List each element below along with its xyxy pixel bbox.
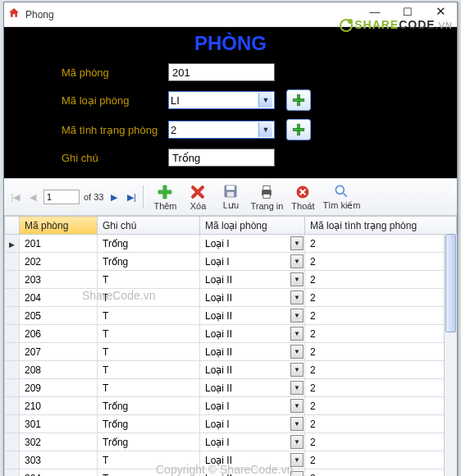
save-button[interactable]: Lưu	[214, 183, 247, 211]
cell-maphong[interactable]: 203	[20, 271, 98, 289]
cell-ghichu[interactable]: T	[98, 379, 200, 397]
pager-current-input[interactable]	[43, 190, 80, 204]
chevron-down-icon[interactable]: ▼	[290, 309, 304, 323]
cell-matt[interactable]: 2	[305, 379, 457, 397]
row-header[interactable]	[5, 307, 20, 325]
search-button[interactable]: Tìm kiếm	[319, 183, 363, 211]
cell-matt[interactable]: 2	[305, 289, 457, 307]
cell-matt[interactable]: 2	[305, 415, 457, 433]
chevron-down-icon[interactable]: ▼	[290, 345, 304, 359]
data-grid[interactable]: Mã phòng Ghi chú Mã loại phòng Mã loại t…	[4, 216, 457, 476]
row-header[interactable]	[5, 253, 20, 271]
row-header[interactable]	[5, 271, 20, 289]
add-matinhrang-button[interactable]	[286, 119, 311, 140]
row-header[interactable]	[5, 289, 20, 307]
cell-maloai[interactable]: Loại I▼	[200, 415, 305, 433]
row-header[interactable]	[5, 235, 20, 253]
table-row[interactable]: 303TLoại II▼2	[5, 451, 457, 469]
cell-matt[interactable]: 2	[305, 361, 457, 379]
row-header[interactable]	[5, 397, 20, 415]
table-row[interactable]: 301TrốngLoại I▼2	[5, 415, 457, 433]
chevron-down-icon[interactable]: ▼	[290, 417, 304, 431]
cell-maloai[interactable]: Loại I▼	[200, 253, 305, 271]
row-header[interactable]	[5, 343, 20, 361]
input-ghichu[interactable]	[168, 149, 275, 167]
table-row[interactable]: 201TrốngLoại I▼2	[5, 235, 457, 253]
cell-ghichu[interactable]: Trống	[98, 235, 200, 253]
row-header[interactable]	[5, 433, 20, 451]
chevron-down-icon[interactable]: ▼	[290, 327, 304, 341]
cell-ghichu[interactable]: T	[98, 271, 200, 289]
exit-button[interactable]: Thoát	[286, 184, 319, 211]
cell-ghichu[interactable]: T	[98, 343, 200, 361]
cell-maphong[interactable]: 207	[20, 343, 98, 361]
cell-maloai[interactable]: Loại I▼	[200, 433, 305, 451]
table-row[interactable]: 205TLoại II▼2	[5, 307, 457, 325]
row-header[interactable]	[5, 415, 20, 433]
cell-matt[interactable]: 2	[305, 325, 457, 343]
cell-maloai[interactable]: Loại II▼	[200, 325, 305, 343]
cell-maphong[interactable]: 204	[20, 289, 98, 307]
table-row[interactable]: 209TLoại II▼2	[5, 379, 457, 397]
table-row[interactable]: 207TLoại II▼2	[5, 343, 457, 361]
row-header[interactable]	[5, 451, 20, 469]
row-header[interactable]	[5, 361, 20, 379]
cell-maphong[interactable]: 209	[20, 379, 98, 397]
table-row[interactable]: 302TrốngLoại I▼2	[5, 433, 457, 451]
chevron-down-icon[interactable]: ▼	[290, 363, 304, 377]
cell-maphong[interactable]: 302	[20, 433, 98, 451]
col-maphong[interactable]: Mã phòng	[20, 217, 98, 235]
cell-ghichu[interactable]: T	[98, 307, 200, 325]
cell-matt[interactable]: 2	[305, 451, 457, 469]
chevron-down-icon[interactable]: ▼	[290, 381, 304, 395]
table-row[interactable]: 206TLoại II▼2	[5, 325, 457, 343]
pager-first-button[interactable]: |◀	[9, 190, 22, 204]
add-button[interactable]: Thêm	[148, 184, 181, 211]
cell-maphong[interactable]: 205	[20, 307, 98, 325]
cell-maloai[interactable]: Loại II▼	[200, 343, 305, 361]
cell-matt[interactable]: 2	[305, 307, 457, 325]
pager-prev-button[interactable]: ◀	[26, 190, 39, 204]
table-row[interactable]: 203TLoại II▼2	[5, 271, 457, 289]
cell-maphong[interactable]: 202	[20, 253, 98, 271]
pager-next-button[interactable]: ▶	[107, 190, 121, 204]
select-maloai[interactable]: LI ▼	[168, 91, 275, 109]
table-row[interactable]: 210TrốngLoại I▼2	[5, 397, 457, 415]
cell-maphong[interactable]: 301	[20, 415, 98, 433]
table-row[interactable]: 208TLoại II▼2	[5, 361, 457, 379]
cell-maloai[interactable]: Loại II▼	[200, 469, 305, 477]
chevron-down-icon[interactable]: ▼	[290, 272, 304, 286]
vertical-scrollbar[interactable]	[444, 234, 457, 476]
cell-ghichu[interactable]: T	[98, 325, 200, 343]
cell-maloai[interactable]: Loại II▼	[200, 379, 305, 397]
cell-ghichu[interactable]: T	[98, 361, 200, 379]
cell-maphong[interactable]: 208	[20, 361, 98, 379]
pager-last-button[interactable]: ▶|	[125, 190, 138, 204]
add-maloai-button[interactable]	[286, 89, 311, 111]
cell-maloai[interactable]: Loại I▼	[200, 397, 305, 415]
cell-ghichu[interactable]: Trống	[98, 253, 200, 271]
cell-matt[interactable]: 2	[305, 343, 457, 361]
cell-maphong[interactable]: 304	[20, 469, 98, 477]
cell-ghichu[interactable]: Trống	[98, 415, 200, 433]
cell-maloai[interactable]: Loại II▼	[200, 271, 305, 289]
table-row[interactable]: 204TLoại II▼2	[5, 289, 457, 307]
cell-matt[interactable]: 2	[305, 235, 457, 253]
cell-maloai[interactable]: Loại II▼	[200, 307, 305, 325]
input-maphong[interactable]	[168, 63, 275, 81]
delete-button[interactable]: Xóa	[181, 184, 214, 211]
table-row[interactable]: 304TLoại II▼2	[5, 469, 457, 477]
cell-maloai[interactable]: Loại II▼	[200, 289, 305, 307]
chevron-down-icon[interactable]: ▼	[258, 93, 272, 108]
cell-matt[interactable]: 2	[305, 397, 457, 415]
table-row[interactable]: 202TrốngLoại I▼2	[5, 253, 457, 271]
chevron-down-icon[interactable]: ▼	[290, 291, 304, 304]
cell-maloai[interactable]: Loại II▼	[200, 361, 305, 379]
row-header[interactable]	[5, 379, 20, 397]
row-header[interactable]	[5, 325, 20, 343]
cell-matt[interactable]: 2	[305, 253, 457, 271]
print-button[interactable]: Trang in	[247, 184, 286, 211]
cell-maloai[interactable]: Loại I▼	[200, 235, 305, 253]
select-matinhrang[interactable]: 2 ▼	[168, 121, 275, 139]
cell-matt[interactable]: 2	[305, 433, 457, 451]
